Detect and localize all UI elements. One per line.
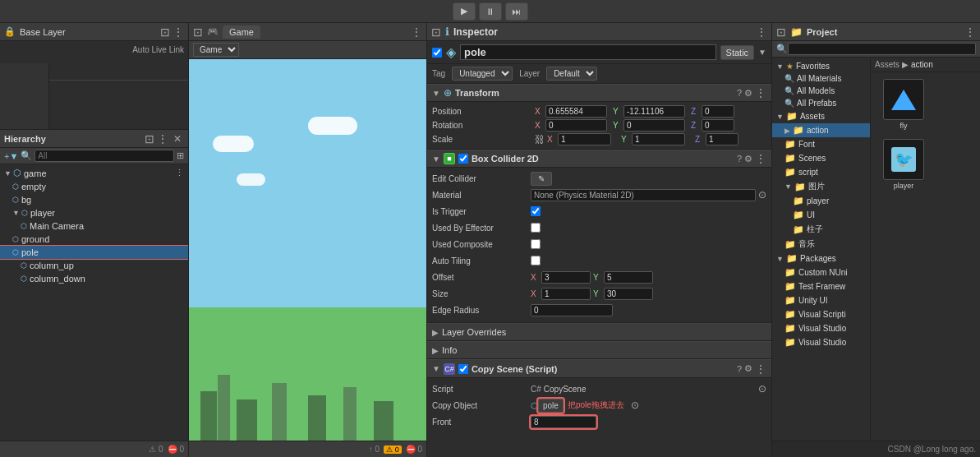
- is-trigger-checkbox[interactable]: [531, 206, 541, 216]
- inspector-menu-icon[interactable]: ⋮: [756, 25, 767, 39]
- proj-item-scenes[interactable]: 📁 Scenes: [772, 151, 870, 165]
- hierarchy-lock-icon[interactable]: ⊡: [145, 132, 154, 145]
- proj-item-visual-studio-2[interactable]: 📁 Visual Studio: [772, 335, 870, 349]
- proj-item-all-prefabs[interactable]: 🔍 All Prefabs: [772, 97, 870, 109]
- rot-x-input[interactable]: [545, 119, 607, 132]
- game-view-dropdown[interactable]: Game: [193, 43, 239, 57]
- script-header[interactable]: ▼ C# Copy Scene (Script) ? ⚙ ⋮: [427, 360, 771, 378]
- rot-z-input[interactable]: [702, 119, 734, 132]
- rot-z-group: Z: [691, 119, 766, 132]
- static-dropdown-icon[interactable]: ▼: [758, 48, 766, 57]
- tree-item-player[interactable]: ▼ ⬡ player: [0, 206, 188, 219]
- scale-link-icon[interactable]: ⛓: [535, 134, 545, 145]
- anim-lock-icon[interactable]: ⊡: [160, 25, 170, 39]
- script-menu-btn[interactable]: ⋮: [755, 362, 766, 376]
- size-x-input[interactable]: [541, 288, 591, 300]
- proj-item-ui[interactable]: 📁 UI: [772, 208, 870, 222]
- hierarchy-close-btn[interactable]: ✕: [171, 132, 184, 145]
- collider-menu-btn[interactable]: ⋮: [755, 152, 766, 165]
- copy-obj-pick-icon[interactable]: ⊙: [631, 399, 639, 411]
- hierarchy-menu-icon[interactable]: ⋮: [157, 132, 168, 145]
- proj-item-all-materials[interactable]: 🔍 All Materials: [772, 72, 870, 85]
- tree-menu-game[interactable]: ⋮: [175, 168, 184, 178]
- pause-button[interactable]: ⏸: [479, 2, 502, 21]
- project-lock-icon[interactable]: ⊡: [776, 25, 786, 39]
- tree-item-pole[interactable]: ⬡ pole: [0, 246, 188, 259]
- object-active-checkbox[interactable]: [432, 48, 442, 58]
- project-menu-icon[interactable]: ⋮: [964, 25, 976, 39]
- used-by-effector-checkbox[interactable]: [531, 223, 541, 233]
- proj-item-action[interactable]: ▶ 📁 action: [772, 123, 870, 137]
- pos-z-input[interactable]: [702, 105, 734, 118]
- script-question-btn[interactable]: ?: [737, 364, 742, 374]
- material-pick-icon[interactable]: ⊙: [758, 189, 766, 201]
- scale-y-input[interactable]: [632, 133, 685, 145]
- pos-y-input[interactable]: [623, 105, 685, 118]
- collider-settings-btn[interactable]: ⚙: [744, 154, 752, 164]
- tree-item-main-camera[interactable]: ⬡ Main Camera: [0, 219, 188, 233]
- transform-question-btn[interactable]: ?: [737, 88, 742, 98]
- tree-item-column-up[interactable]: ⬡ column_up: [0, 259, 188, 272]
- proj-item-unity-ui[interactable]: 📁 Unity UI: [772, 293, 870, 307]
- script-settings-btn[interactable]: ⚙: [744, 363, 752, 374]
- used-composite-checkbox[interactable]: [531, 239, 541, 249]
- transform-section-header[interactable]: ▼ ⊕ Transform ? ⚙ ⋮: [427, 84, 771, 102]
- tree-item-empty[interactable]: ⬡ empty: [0, 180, 188, 193]
- static-button[interactable]: Static: [720, 45, 755, 60]
- proj-item-zhizi[interactable]: 📁 柱子: [772, 222, 870, 237]
- proj-item-visual-scripti[interactable]: 📁 Visual Scripti: [772, 307, 870, 321]
- game-tab[interactable]: Game: [223, 25, 260, 39]
- hierarchy-add-icon[interactable]: +▼: [4, 151, 18, 161]
- collider-question-btn[interactable]: ?: [737, 154, 742, 164]
- script-active-checkbox[interactable]: [458, 364, 468, 374]
- proj-item-packages[interactable]: ▼ 📁 Packages: [772, 252, 870, 265]
- asset-item-fly[interactable]: fly: [875, 76, 932, 132]
- proj-item-script[interactable]: 📁 script: [772, 165, 870, 179]
- proj-item-test-framew[interactable]: 📁 Test Framew: [772, 279, 870, 293]
- offset-y-input[interactable]: [604, 271, 653, 284]
- tree-item-ground[interactable]: ⬡ ground: [0, 233, 188, 246]
- edge-radius-input[interactable]: [531, 304, 613, 316]
- game-menu-icon[interactable]: ⋮: [411, 25, 422, 39]
- proj-item-all-models[interactable]: 🔍 All Models: [772, 85, 870, 97]
- game-lock-icon[interactable]: ⊡: [193, 25, 203, 39]
- scale-x-input[interactable]: [558, 133, 611, 145]
- proj-item-font[interactable]: 📁 Font: [772, 137, 870, 151]
- layer-dropdown[interactable]: Default: [546, 67, 597, 81]
- tag-dropdown[interactable]: Untagged: [452, 67, 513, 81]
- proj-item-player-folder[interactable]: 📁 player: [772, 194, 870, 208]
- tree-item-bg[interactable]: ⬡ bg: [0, 193, 188, 206]
- size-y-input[interactable]: [604, 288, 653, 300]
- proj-item-images[interactable]: ▼ 📁 图片: [772, 179, 870, 194]
- proj-item-favorites[interactable]: ▼ ★ Favorites: [772, 60, 870, 72]
- box-collider-header[interactable]: ▼ ■ Box Collider 2D ? ⚙ ⋮: [427, 150, 771, 168]
- auto-tiling-checkbox[interactable]: [531, 256, 541, 265]
- asset-item-player[interactable]: 🐦 player: [875, 136, 932, 192]
- front-input[interactable]: [531, 416, 596, 428]
- object-name-input[interactable]: [460, 44, 716, 60]
- hierarchy-filter-icon[interactable]: ⊞: [177, 150, 184, 161]
- pos-x-input[interactable]: [545, 105, 607, 118]
- anim-menu-icon[interactable]: ⋮: [173, 25, 184, 39]
- proj-item-visual-studio-1[interactable]: 📁 Visual Studio: [772, 321, 870, 335]
- script-pick-icon[interactable]: ⊙: [758, 383, 766, 395]
- hierarchy-search-input[interactable]: [35, 150, 174, 162]
- play-button[interactable]: ▶: [453, 2, 476, 21]
- tree-item-column-down[interactable]: ⬡ column_down: [0, 272, 188, 285]
- collider-active-checkbox[interactable]: [458, 154, 468, 164]
- transform-menu-btn[interactable]: ⋮: [755, 86, 766, 99]
- transform-settings-btn[interactable]: ⚙: [744, 88, 752, 99]
- layer-overrides-section[interactable]: ▶ Layer Overrides: [427, 323, 771, 341]
- project-search-input[interactable]: [788, 43, 976, 55]
- info-section[interactable]: ▶ Info: [427, 341, 771, 359]
- edit-collider-button[interactable]: ✎: [531, 172, 552, 186]
- tree-item-game[interactable]: ▼ ⬡ game ⋮: [0, 166, 188, 180]
- rot-y-input[interactable]: [623, 119, 685, 132]
- scale-z-input[interactable]: [706, 133, 738, 145]
- proj-item-music[interactable]: 📁 音乐: [772, 237, 870, 252]
- offset-x-input[interactable]: [541, 271, 591, 284]
- proj-item-custom-nuni[interactable]: 📁 Custom NUni: [772, 265, 870, 279]
- step-button[interactable]: ⏭: [505, 2, 528, 21]
- inspector-lock-icon[interactable]: ⊡: [431, 25, 441, 39]
- proj-item-assets[interactable]: ▼ 📁 Assets: [772, 109, 870, 123]
